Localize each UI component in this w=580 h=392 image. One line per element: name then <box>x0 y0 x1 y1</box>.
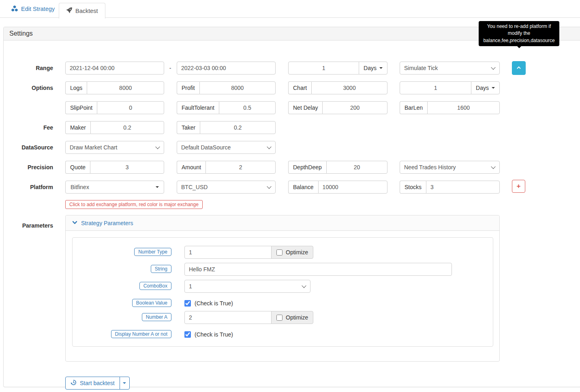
fee-row: Fee Maker Taker <box>4 121 580 134</box>
options-interval-unit-dropdown[interactable]: Days <box>471 81 500 94</box>
options-row-2: SlipPoint FaultTolerant Net Delay BarLen <box>4 101 580 114</box>
param-display-number-a-caption: (Check is True) <box>195 331 233 338</box>
chart-mode-select[interactable]: Draw Market Chart <box>65 141 164 154</box>
optimize-label: Optimize <box>286 249 308 256</box>
quote-addon-label: Quote <box>65 161 90 174</box>
history-icon <box>71 379 77 387</box>
slippoint-input[interactable] <box>97 101 164 114</box>
tab-bar: Edit Strategy Backtest <box>0 0 580 18</box>
param-name-tag: Number Type <box>134 248 171 256</box>
range-row: Range - Days Simulate Tick <box>4 62 580 75</box>
range-interval-unit-dropdown[interactable]: Days <box>359 62 387 75</box>
options-row-1: Options Logs Profit Chart Days <box>4 81 580 94</box>
datasource-label: DataSource <box>4 141 53 154</box>
backtest-settings-page: Edit Strategy Backtest You need to re-ad… <box>0 0 580 392</box>
logs-input[interactable] <box>87 81 164 94</box>
param-display-number-a-row: (Check is True) <box>184 330 233 339</box>
pair-select[interactable]: BTC_USD <box>177 181 276 194</box>
tab-edit-strategy[interactable]: Edit Strategy <box>11 0 55 18</box>
precision-row: Precision Quote Amount DepthDeep Need Tr… <box>4 161 580 174</box>
exchange-dropdown-label: Bitfinex <box>71 184 89 190</box>
netdelay-input[interactable] <box>322 101 387 114</box>
amount-precision-input[interactable] <box>205 161 276 174</box>
pair-select-wrap: BTC_USD <box>177 181 276 194</box>
start-backtest-label: Start backtest <box>80 380 115 386</box>
param-name-tag: Display Number A or not <box>111 330 171 338</box>
range-interval-input[interactable] <box>288 62 359 75</box>
param-string-input[interactable] <box>184 263 452 276</box>
trades-history-select[interactable]: Need Trades History <box>400 161 500 174</box>
param-number-type-optimize[interactable]: Optimize <box>271 246 313 259</box>
settings-panel: Settings Range - Days <box>3 27 580 387</box>
range-interval-unit-label: Days <box>364 65 377 71</box>
param-number-a-input[interactable] <box>184 311 272 324</box>
faulttolerant-addon-label: FaultTolerant <box>177 101 219 114</box>
balance-addon-label: Balance <box>288 181 318 194</box>
cubes-icon <box>11 5 18 13</box>
param-name-tag: Number A <box>142 313 171 321</box>
param-number-type-input[interactable] <box>184 246 272 259</box>
caret-down-icon <box>492 87 495 89</box>
chart-input[interactable] <box>311 81 387 94</box>
optimize-checkbox[interactable] <box>276 249 283 256</box>
trades-history-select-wrap: Need Trades History <box>400 161 500 174</box>
balance-input[interactable] <box>318 181 387 194</box>
range-separator: - <box>167 62 173 75</box>
fee-label: Fee <box>4 121 53 134</box>
settings-panel-body: Range - Days Simulate Tick <box>4 40 580 387</box>
optimize-checkbox[interactable] <box>276 315 283 321</box>
parameters-label: Parameters <box>4 219 53 232</box>
caret-down-icon <box>379 67 383 69</box>
tab-backtest[interactable]: Backtest <box>59 3 105 19</box>
faulttolerant-input[interactable] <box>219 101 276 114</box>
caret-down-icon <box>123 382 126 384</box>
options-interval-input[interactable] <box>400 81 471 94</box>
exchange-dropdown[interactable]: Bitfinex <box>65 181 164 194</box>
start-backtest-group: Start backtest <box>65 377 130 390</box>
param-combobox-select[interactable]: 1 <box>184 280 310 293</box>
param-number-type-group: Optimize <box>184 246 313 259</box>
tab-backtest-label: Backtest <box>75 8 98 14</box>
chart-addon-label: Chart <box>288 81 311 94</box>
platform-hint: Click to add exchange platform, red colo… <box>65 200 203 209</box>
options-interval-unit-label: Days <box>476 85 489 91</box>
datasource-row: DataSource Draw Market Chart Default Dat… <box>4 141 580 154</box>
maker-fee-input[interactable] <box>90 121 164 134</box>
datasource-select-wrap: Default DataSource <box>177 141 276 154</box>
taker-fee-input[interactable] <box>200 121 276 134</box>
tick-mode-select[interactable]: Simulate Tick <box>400 62 500 75</box>
param-boolean-value-checkbox[interactable] <box>184 300 191 307</box>
chart-mode-select-wrap: Draw Market Chart <box>65 141 164 154</box>
param-number-a-group: Optimize <box>184 311 313 324</box>
stocks-input[interactable] <box>426 181 500 194</box>
strategy-parameters-body: Number Type Optimize String ComboBox <box>72 237 493 347</box>
barlen-input[interactable] <box>427 101 500 114</box>
tick-mode-select-wrap: Simulate Tick <box>400 62 500 75</box>
strategy-parameters-title: Strategy Parameters <box>81 220 133 226</box>
param-display-number-a-checkbox[interactable] <box>184 331 191 338</box>
param-combobox-wrap: 1 <box>184 280 310 293</box>
depthdeep-input[interactable] <box>326 161 387 174</box>
range-end-input[interactable] <box>177 62 276 75</box>
param-number-a-optimize[interactable]: Optimize <box>271 311 313 324</box>
slippoint-addon-label: SlipPoint <box>65 101 97 114</box>
range-start-input[interactable] <box>65 62 164 75</box>
amount-addon-label: Amount <box>177 161 205 174</box>
collapse-settings-button[interactable] <box>512 61 526 75</box>
param-boolean-value-row: (Check is True) <box>184 299 233 307</box>
start-backtest-dropdown[interactable] <box>120 377 130 390</box>
quote-precision-input[interactable] <box>90 161 164 174</box>
caret-down-icon <box>156 186 159 188</box>
strategy-parameters-panel: Strategy Parameters Number Type Optimize… <box>65 215 500 362</box>
strategy-parameters-header[interactable]: Strategy Parameters <box>66 215 499 231</box>
maker-addon-label: Maker <box>65 121 90 134</box>
tab-edit-strategy-label: Edit Strategy <box>21 6 55 12</box>
platform-row: Platform Bitfinex BTC_USD Balance Stocks <box>4 181 580 194</box>
range-label: Range <box>4 62 53 75</box>
datasource-select[interactable]: Default DataSource <box>177 141 276 154</box>
start-backtest-button[interactable]: Start backtest <box>65 377 120 390</box>
tooltip-line: modify the <box>482 30 556 37</box>
profit-input[interactable] <box>199 81 276 94</box>
stocks-addon-label: Stocks <box>400 181 426 194</box>
add-platform-button[interactable]: + <box>512 180 525 193</box>
